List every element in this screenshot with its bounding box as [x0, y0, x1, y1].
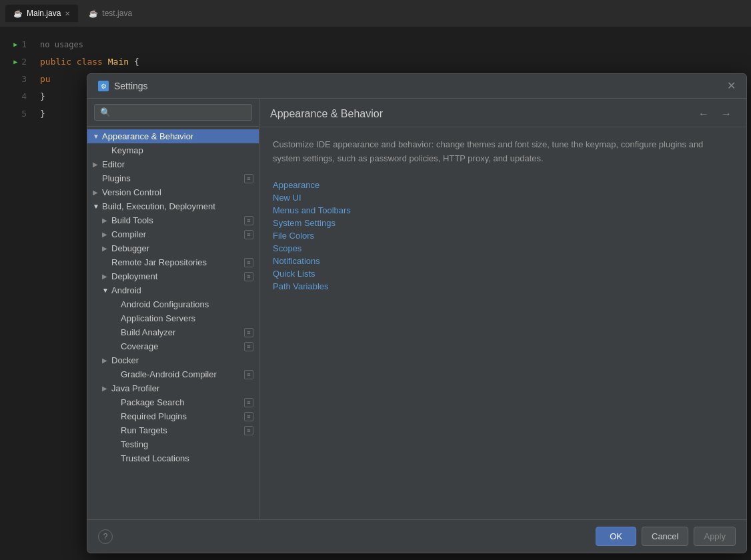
tree-item-run-targets[interactable]: Run Targets ≡ [87, 423, 259, 437]
tree-arrow-required-plugins [111, 413, 121, 420]
run-arrow-2[interactable]: ▶ [13, 53, 17, 71]
footer-left: ? [98, 529, 113, 544]
apply-button[interactable]: Apply [694, 527, 736, 546]
build-analyzer-settings-icon: ≡ [244, 328, 253, 337]
tree-arrow-compiler: ▶ [102, 231, 111, 238]
tree-arrow-trusted-locations [111, 455, 121, 462]
tree-item-android[interactable]: ▼ Android [87, 283, 259, 297]
link-scopes[interactable]: Scopes [273, 243, 733, 254]
settings-icon-symbol: ⚙ [101, 83, 107, 90]
settings-dialog: ⚙ Settings ✕ ▼ Appearance & Behavior Key… [87, 73, 747, 553]
search-box [87, 99, 259, 127]
tree-item-remote-jar-repositories[interactable]: Remote Jar Repositories ≡ [87, 255, 259, 269]
java-file-icon: ☕ [13, 9, 23, 18]
tree-label-build-execution-deployment: Build, Execution, Deployment [102, 201, 253, 211]
tree-item-build-execution-deployment[interactable]: ▼ Build, Execution, Deployment [87, 199, 259, 213]
tree-item-package-search[interactable]: Package Search ≡ [87, 395, 259, 409]
link-file-colors[interactable]: File Colors [273, 230, 733, 241]
tree-item-build-tools[interactable]: ▶ Build Tools ≡ [87, 213, 259, 227]
tree-item-version-control[interactable]: ▶ Version Control [87, 185, 259, 199]
tree-item-compiler[interactable]: ▶ Compiler ≡ [87, 227, 259, 241]
tab-test-java[interactable]: ☕ test.java [81, 5, 140, 22]
run-arrow-1[interactable]: ▶ [13, 36, 17, 53]
tree-item-plugins[interactable]: Plugins ≡ [87, 171, 259, 185]
tree-item-keymap[interactable]: Keymap [87, 143, 259, 157]
required-plugins-settings-icon: ≡ [244, 412, 253, 421]
link-appearance[interactable]: Appearance [273, 179, 733, 191]
tree-arrow-build-execution: ▼ [93, 203, 102, 210]
left-panel: ▼ Appearance & Behavior Keymap ▶ Editor … [87, 99, 259, 519]
tree-item-application-servers[interactable]: Application Servers [87, 311, 259, 325]
tree-label-run-targets: Run Targets [121, 425, 241, 435]
tree-item-debugger[interactable]: ▶ Debugger [87, 241, 259, 255]
dialog-close-button[interactable]: ✕ [727, 81, 736, 91]
ok-button[interactable]: OK [596, 527, 636, 546]
footer-right: OK Cancel Apply [596, 527, 736, 546]
tree-arrow-gradle-android [111, 371, 121, 378]
links-list: Appearance New UI Menus and Toolbars Sys… [273, 179, 733, 292]
right-panel-title: Appearance & Behavior [270, 108, 383, 120]
tree-item-gradle-android-compiler[interactable]: Gradle-Android Compiler ≡ [87, 367, 259, 381]
tree-item-testing[interactable]: Testing [87, 437, 259, 451]
link-menus-toolbars[interactable]: Menus and Toolbars [273, 205, 733, 216]
line-num-5: 5 [21, 105, 27, 123]
cancel-button[interactable]: Cancel [642, 527, 688, 546]
tree-label-remote-jar-repositories: Remote Jar Repositories [111, 257, 241, 267]
tree-label-android-configurations: Android Configurations [121, 299, 253, 309]
dialog-header: ⚙ Settings ✕ [87, 74, 746, 99]
package-search-settings-icon: ≡ [244, 398, 253, 407]
tree-arrow-deployment: ▶ [102, 273, 111, 280]
tab-label: Main.java [27, 9, 61, 18]
tree-item-android-configurations[interactable]: Android Configurations [87, 297, 259, 311]
java-file-icon-2: ☕ [89, 9, 98, 18]
tree-label-build-tools: Build Tools [111, 215, 241, 225]
tab-close-button[interactable]: ✕ [65, 10, 70, 17]
tree-label-docker: Docker [111, 355, 253, 365]
settings-dialog-icon: ⚙ [98, 81, 109, 91]
tree-item-build-analyzer[interactable]: Build Analyzer ≡ [87, 325, 259, 339]
tree-label-editor: Editor [102, 159, 253, 169]
plugins-settings-icon: ≡ [244, 174, 253, 183]
tree-label-plugins: Plugins [102, 173, 241, 183]
line-num-2: 2 [21, 53, 27, 71]
dialog-title: Settings [114, 81, 722, 91]
deployment-settings-icon: ≡ [244, 272, 253, 281]
tree-item-required-plugins[interactable]: Required Plugins ≡ [87, 409, 259, 423]
tree-arrow-android: ▼ [102, 287, 111, 294]
line-num-4: 4 [21, 88, 27, 105]
tree-item-editor[interactable]: ▶ Editor [87, 157, 259, 171]
tree-label-build-analyzer: Build Analyzer [121, 327, 241, 337]
link-quick-lists[interactable]: Quick Lists [273, 268, 733, 279]
help-button[interactable]: ? [98, 529, 113, 544]
tab-main-java[interactable]: ☕ Main.java ✕ [5, 5, 78, 22]
tree-item-appearance-behavior[interactable]: ▼ Appearance & Behavior [87, 129, 259, 143]
search-input[interactable] [94, 104, 252, 121]
tree-arrow-keymap [102, 147, 111, 154]
tree-item-docker[interactable]: ▶ Docker [87, 353, 259, 367]
tree-item-trusted-locations[interactable]: Trusted Locations [87, 451, 259, 465]
nav-forward-button[interactable]: → [717, 107, 736, 121]
tab-label-2: test.java [102, 9, 132, 18]
tree-arrow-java-profiler: ▶ [102, 385, 111, 392]
link-path-variables[interactable]: Path Variables [273, 281, 733, 292]
nav-back-button[interactable]: ← [694, 107, 713, 121]
tree-label-android: Android [111, 285, 253, 295]
tree-item-java-profiler[interactable]: ▶ Java Profiler [87, 381, 259, 395]
tree-item-deployment[interactable]: ▶ Deployment ≡ [87, 269, 259, 283]
tree-label-version-control: Version Control [102, 187, 253, 197]
tree-arrow-version-control: ▶ [93, 189, 102, 196]
link-system-settings[interactable]: System Settings [273, 217, 733, 229]
compiler-settings-icon: ≡ [244, 230, 253, 239]
tree-label-package-search: Package Search [121, 397, 241, 407]
right-panel: Appearance & Behavior ← → Customize IDE … [259, 99, 746, 519]
tree-label-keymap: Keymap [111, 145, 253, 155]
link-notifications[interactable]: Notifications [273, 255, 733, 267]
tree-arrow-app-servers [111, 315, 121, 322]
link-new-ui[interactable]: New UI [273, 192, 733, 203]
tree-arrow-docker: ▶ [102, 357, 111, 364]
line-row-1: ▶ 1 [0, 36, 27, 53]
remote-jar-settings-icon: ≡ [244, 258, 253, 267]
tree-label-appearance-behavior: Appearance & Behavior [102, 131, 253, 141]
tree-item-coverage[interactable]: Coverage ≡ [87, 339, 259, 353]
tree-label-testing: Testing [121, 439, 253, 449]
